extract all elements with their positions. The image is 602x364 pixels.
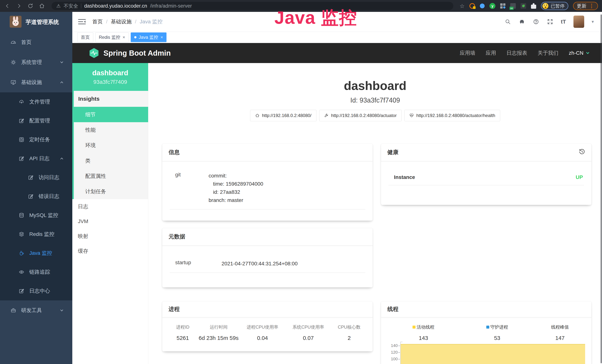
profile-paused-chip[interactable]: 已暂停 xyxy=(541,2,568,10)
sba-item-classes[interactable]: 类 xyxy=(74,153,148,168)
address-bar[interactable]: ⚠ 不安全 dashboard.yudao.iocoder.cn/infra/a… xyxy=(52,2,453,10)
metadata-card-header: 元数据 xyxy=(162,228,373,246)
chevron-down-icon xyxy=(59,60,64,65)
help-question-icon[interactable] xyxy=(533,18,539,25)
extension-pin-icon[interactable] xyxy=(480,3,485,8)
close-icon[interactable]: × xyxy=(160,35,163,40)
sba-nav-wallboard[interactable]: 应用墙 xyxy=(460,50,475,57)
sidebar-item-file[interactable]: 文件管理 xyxy=(0,92,72,111)
instance-name: dashboard xyxy=(92,69,128,77)
sba-item-config-props[interactable]: 配置属性 xyxy=(74,168,148,184)
user-avatar[interactable] xyxy=(573,16,584,28)
browser-home-icon[interactable] xyxy=(39,3,45,9)
actuator-url-link[interactable]: http://192.168.0.2:48080/actuator xyxy=(319,110,402,121)
sidebar-item-access-log[interactable]: 访问日志 xyxy=(0,168,72,187)
sba-nav-about[interactable]: 关于我们 xyxy=(538,50,559,57)
sba-item-jvm[interactable]: JVM xyxy=(72,214,148,229)
tab-java-monitor[interactable]: Java 监控 × xyxy=(131,32,166,42)
sidebar-item-mysql[interactable]: MySQL 监控 xyxy=(0,206,72,225)
sba-nav-applications[interactable]: 应用 xyxy=(486,50,496,57)
process-card-body: 进程ID 5261 运行时间 6d 23h 15m 59s 进程CPU使用率 0… xyxy=(162,317,373,341)
app-logo-row[interactable]: 芋道管理系统 xyxy=(0,12,72,32)
threads-stats: 活动线程 143 守护进程 53 线程峰值 147 xyxy=(381,317,591,341)
sidebar-item-trace[interactable]: 链路追踪 xyxy=(0,263,72,281)
log-pencil-icon xyxy=(28,174,34,181)
sidebar-item-api-log[interactable]: API 日志 xyxy=(0,149,72,168)
git-label: git xyxy=(175,172,209,178)
sidebar-item-infra[interactable]: 基础设施 xyxy=(0,72,72,92)
sidebar-item-redis[interactable]: Redis 监控 xyxy=(0,225,72,244)
browser-back-icon[interactable] xyxy=(4,3,11,9)
history-icon[interactable] xyxy=(579,149,585,156)
threads-live-stat: 活动线程 143 xyxy=(387,324,460,341)
log-pencil-icon xyxy=(28,193,34,199)
sidebar-item-home[interactable]: 首页 xyxy=(0,32,72,52)
sidebar-item-config[interactable]: 配置管理 xyxy=(0,111,72,130)
sba-item-mappings[interactable]: 映射 xyxy=(72,229,148,244)
dashboard-gauge-icon xyxy=(10,39,16,45)
service-url-link[interactable]: http://192.168.0.2:48080/ xyxy=(250,110,316,121)
sba-item-caches[interactable]: 缓存 xyxy=(72,244,148,258)
sidebar-collapse-icon[interactable] xyxy=(78,18,86,25)
sidebar-item-dev-tools[interactable]: 研发工具 xyxy=(0,300,72,321)
font-size-icon[interactable]: tT xyxy=(561,19,566,25)
tab-home[interactable]: 首页 xyxy=(77,32,93,42)
breadcrumb-infra[interactable]: 基础设施 xyxy=(111,18,132,25)
java-coffee-icon xyxy=(19,250,24,256)
extensions-puzzle-icon[interactable] xyxy=(531,5,536,9)
health-card-header: 健康 xyxy=(381,144,591,161)
sidebar-item-log-center[interactable]: 日志中心 xyxy=(0,281,72,300)
search-icon[interactable] xyxy=(505,18,511,25)
sidebar-item-error-log[interactable]: 错误日志 xyxy=(0,187,72,206)
browser-forward-icon[interactable] xyxy=(16,3,22,9)
extension-leaf-icon[interactable] xyxy=(521,3,526,9)
avatar-caret-down-icon[interactable]: ▾ xyxy=(592,19,594,24)
chevron-down-icon xyxy=(585,51,590,55)
process-card: 进程 进程ID 5261 运行时间 6d 23h 15m 59s 进程CPU使用… xyxy=(162,301,373,351)
process-col-process-cpu: 进程CPU使用率 0.04 xyxy=(239,324,285,341)
sidebar-item-java[interactable]: Java 监控 xyxy=(0,244,72,263)
github-icon[interactable] xyxy=(519,18,525,25)
extension-y-icon[interactable]: y xyxy=(489,3,495,9)
chevron-down-icon xyxy=(59,308,64,313)
sba-item-logs[interactable]: 日志 xyxy=(72,199,148,214)
extension-refresh-icon[interactable] xyxy=(469,3,475,9)
browser-reload-icon[interactable] xyxy=(27,3,34,9)
sba-insights-group: Insights 细节 性能 环境 类 配置属性 计划任务 xyxy=(72,91,148,199)
sba-brand[interactable]: Spring Boot Admin xyxy=(89,48,171,58)
breadcrumb-home[interactable]: 首页 xyxy=(92,18,103,25)
live-threads-area xyxy=(401,344,585,364)
sba-nav-menu: 应用墙 应用 日志报表 关于我们 zh-CN xyxy=(460,50,590,57)
app-logo xyxy=(10,16,22,28)
tab-redis-monitor[interactable]: Redis 监控 × xyxy=(95,32,129,42)
insights-group-label: Insights xyxy=(74,91,148,107)
sba-item-metrics[interactable]: 性能 xyxy=(74,122,148,138)
close-icon[interactable]: × xyxy=(123,35,125,40)
startup-label: startup xyxy=(175,260,222,266)
active-tab-dot xyxy=(134,36,137,38)
browser-update-button[interactable]: 更新 ⋮ xyxy=(573,2,598,10)
y-axis-tick: 100 xyxy=(388,357,398,361)
sba-item-environment[interactable]: 环境 xyxy=(74,138,148,153)
chevron-up-icon xyxy=(59,156,64,161)
sba-locale-select[interactable]: zh-CN xyxy=(569,50,590,56)
sidebar-item-job[interactable]: 定时任务 xyxy=(0,130,72,149)
sba-nav-journal[interactable]: 日志报表 xyxy=(506,50,527,57)
health-url-link[interactable]: http://192.168.0.2:48080/actuator/health xyxy=(404,110,500,121)
extension-grid-icon[interactable] xyxy=(500,3,505,9)
process-col-cpus: CPU核心数 2 xyxy=(331,324,367,341)
breadcrumb-current: Java 监控 xyxy=(140,18,163,25)
sba-item-scheduled-tasks[interactable]: 计划任务 xyxy=(74,184,148,199)
browser-menu-kebab-icon[interactable]: ⋮ xyxy=(589,3,594,9)
health-status-badge: UP xyxy=(576,174,584,180)
threads-area-chart: 140 120 100 xyxy=(388,341,586,364)
edit-icon xyxy=(19,118,24,124)
page-scrollbar[interactable] xyxy=(601,14,602,363)
extension-on-icon[interactable] xyxy=(510,3,516,9)
fullscreen-icon[interactable] xyxy=(547,18,553,25)
sidebar-item-system[interactable]: 系统管理 xyxy=(0,52,72,72)
sba-item-details[interactable]: 细节 xyxy=(72,107,148,122)
startup-row: startup 2021-04-27T00:44:31.254+08:00 xyxy=(170,260,365,273)
bookmark-star-icon[interactable]: ☆ xyxy=(460,3,465,9)
sba-instance-header[interactable]: dashboard 93a3fc7f7409 xyxy=(72,63,148,91)
